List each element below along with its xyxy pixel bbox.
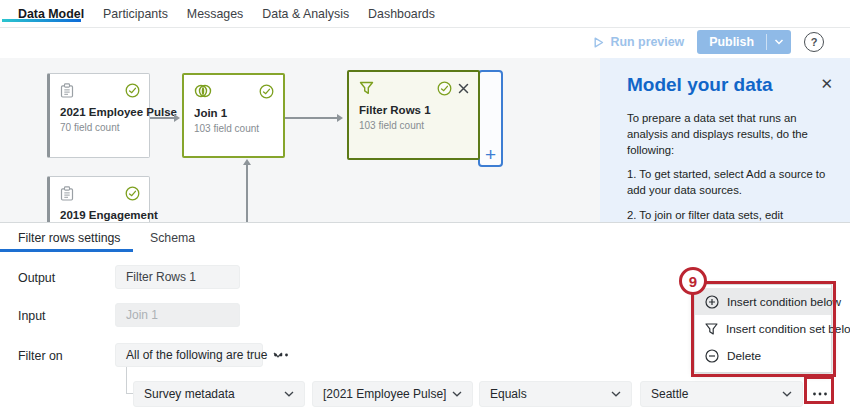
condition-field-dropdown[interactable]: [2021 Employee Pulse] [312,381,473,407]
menu-item-label: Insert condition below [727,295,841,309]
tab-schema[interactable]: Schema [150,231,195,245]
chevron-down-icon [774,39,784,45]
filter-logic-dropdown[interactable]: All of the following are true [115,343,263,367]
filter-on-label: Filter on [18,349,63,363]
panel-body: To prepare a data set that runs an analy… [627,111,831,222]
model-your-data-panel: Model your data ✕ To prepare a data set … [600,58,850,222]
output-value: Filter Rows 1 [126,270,196,284]
top-nav: Data Model Participants Messages Data & … [0,0,850,28]
node-field-count: 103 field count [349,120,478,131]
filter-settings-panel: Filter rows settings Schema Output Filte… [0,222,850,412]
flow-canvas: 2021 Employee Pulse 70 field count Join … [0,58,600,222]
filter-set-options-button[interactable] [271,347,291,363]
node-field-count: 70 field count [50,122,149,133]
node-title: 2021 Employee Pulse [50,106,149,118]
publish-button[interactable]: Publish [697,30,791,54]
add-action-box[interactable]: + [478,70,503,167]
condition-operator-value: Equals [490,387,527,401]
panel-close-icon[interactable]: ✕ [820,76,833,91]
menu-item-insert-condition-below[interactable]: Insert condition below [695,288,831,315]
active-tab-underline [2,19,81,22]
run-preview-label: Run preview [611,35,685,49]
check-circle-icon [259,84,274,99]
filter-logic-value: All of the following are true [126,348,267,362]
tab-dashboards[interactable]: Dashboards [368,7,435,21]
plus-circle-icon [705,295,719,309]
panel-paragraph: 1. To get started, select Add a source t… [627,167,831,199]
close-icon[interactable] [458,83,469,94]
node-filter-rows-1[interactable]: Filter Rows 1 103 field count [347,70,480,160]
arrowhead [174,114,180,122]
condition-value-dropdown[interactable]: Seattle [640,381,803,407]
active-tab-underline [0,249,133,252]
menu-item-delete[interactable]: Delete [695,342,831,369]
panel-paragraph: 2. To join or filter data sets, edit col… [627,208,831,222]
play-icon [592,36,605,49]
ellipsis-icon [812,392,828,396]
condition-options-button[interactable] [809,385,831,403]
node-2021-employee-pulse[interactable]: 2021 Employee Pulse 70 field count [47,73,150,158]
publish-label: Publish [697,30,766,54]
menu-item-label: Delete [727,349,761,363]
join-icon [194,84,212,98]
node-title: 2019 Engagement [50,209,149,221]
condition-field-value: [2021 Employee Pulse] [323,387,446,401]
node-2019-engagement[interactable]: 2019 Engagement [47,176,150,222]
panel-title: Model your data [627,74,773,96]
tab-data-analysis[interactable]: Data & Analysis [262,7,349,21]
plus-icon: + [480,145,501,164]
output-label: Output [18,271,55,285]
input-value: Join 1 [126,308,158,322]
data-model-app: Data Model Participants Messages Data & … [0,0,850,412]
publish-dropdown-button[interactable] [767,30,791,54]
connector-line [150,117,175,119]
input-input: Join 1 [115,303,240,327]
annotation-step-number: 9 [689,273,697,290]
check-circle-icon [437,81,452,96]
node-join-1[interactable]: Join 1 103 field count [182,73,285,158]
chevron-down-icon [284,391,294,397]
condition-operator-dropdown[interactable]: Equals [479,381,632,407]
condition-connector [126,393,133,394]
condition-field-group-dropdown[interactable]: Survey metadata [133,381,305,407]
node-title: Filter Rows 1 [349,104,478,116]
panel-paragraph: To prepare a data set that runs an analy… [627,111,831,158]
check-circle-icon [125,186,140,201]
condition-context-menu: Insert condition below Insert condition … [694,284,832,373]
connector-line [285,117,338,119]
main-area: 2021 Employee Pulse 70 field count Join … [0,58,850,222]
minus-circle-icon [705,349,719,363]
toolbar: Run preview Publish ? [0,28,850,58]
filter-icon [359,81,374,95]
annotation-step-badge: 9 [679,267,707,295]
output-input[interactable]: Filter Rows 1 [115,265,240,289]
menu-item-insert-condition-set-below[interactable]: Insert condition set below [695,315,831,342]
ellipsis-icon [273,353,289,357]
question-mark-icon: ? [811,36,818,48]
arrowhead [337,114,343,122]
node-title: Join 1 [184,107,283,119]
condition-connector [126,367,127,393]
tab-participants[interactable]: Participants [103,7,168,21]
tab-filter-rows-settings[interactable]: Filter rows settings [18,231,121,245]
node-field-count: 103 field count [184,123,283,134]
chevron-down-icon [611,391,621,397]
condition-value: Seattle [651,387,688,401]
help-button[interactable]: ? [804,32,824,52]
condition-field-group-value: Survey metadata [144,387,235,401]
menu-item-label: Insert condition set below [726,322,850,336]
dataset-icon [60,83,74,98]
chevron-down-icon [452,391,462,397]
filter-icon [705,323,718,335]
run-preview-button[interactable]: Run preview [592,35,685,49]
tab-messages[interactable]: Messages [187,7,243,21]
chevron-down-icon [782,391,792,397]
dataset-icon [60,186,74,201]
check-circle-icon [125,83,140,98]
connector-line [246,164,248,222]
input-label: Input [18,309,46,323]
